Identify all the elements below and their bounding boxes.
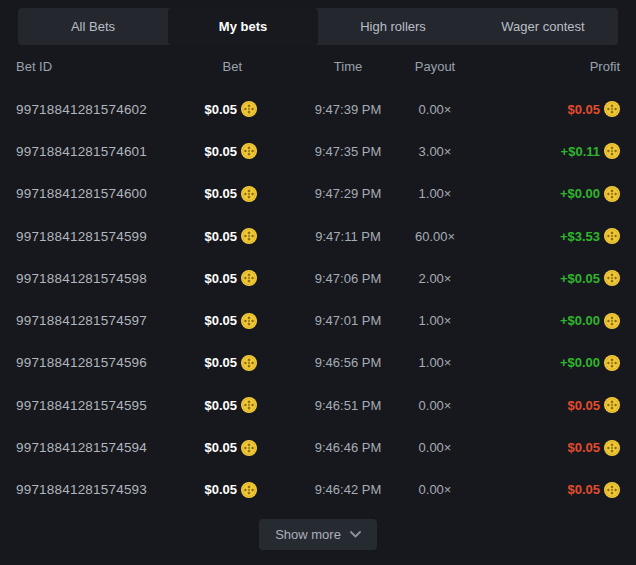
bnb-coin-icon <box>241 355 257 371</box>
bnb-coin-icon <box>604 313 620 329</box>
bet-time: 9:47:35 PM <box>257 144 400 159</box>
table-row: 99718841281574595 $0.05 9:46:51 PM 0.00×… <box>0 384 636 426</box>
bet-amount-cell: $0.05 <box>190 313 257 329</box>
bet-amount-cell: $0.05 <box>190 143 257 159</box>
header-bet-id: Bet ID <box>16 59 190 74</box>
show-more-label: Show more <box>275 527 341 542</box>
bet-payout: 0.00× <box>400 440 470 455</box>
bet-amount-cell: $0.05 <box>190 228 257 244</box>
bet-profit: +$0.00 <box>560 313 600 328</box>
header-profit: Profit <box>470 59 620 74</box>
bet-amount: $0.05 <box>204 102 237 117</box>
bet-time: 9:47:01 PM <box>257 313 400 328</box>
bet-profit: $0.05 <box>567 102 600 117</box>
bet-payout: 1.00× <box>400 313 470 328</box>
bets-tab-bar: All Bets My bets High rollers Wager cont… <box>18 8 618 45</box>
bet-time: 9:46:51 PM <box>257 398 400 413</box>
bet-profit: +$0.00 <box>560 355 600 370</box>
bet-amount: $0.05 <box>204 144 237 159</box>
show-more-button[interactable]: Show more <box>259 519 377 550</box>
bet-profit-cell: $0.05 <box>470 101 620 117</box>
bet-id-link[interactable]: 99718841281574594 <box>16 440 190 455</box>
bets-table-body: 99718841281574602 $0.05 9:47:39 PM 0.00×… <box>0 88 636 511</box>
tab-wager-contest[interactable]: Wager contest <box>468 8 618 45</box>
bet-amount: $0.05 <box>204 398 237 413</box>
bet-profit: +$0.00 <box>560 186 600 201</box>
bnb-coin-icon <box>604 355 620 371</box>
bet-time: 9:47:06 PM <box>257 271 400 286</box>
table-row: 99718841281574594 $0.05 9:46:46 PM 0.00×… <box>0 426 636 468</box>
bnb-coin-icon <box>241 313 257 329</box>
bet-id-link[interactable]: 99718841281574598 <box>16 271 190 286</box>
bet-id-link[interactable]: 99718841281574595 <box>16 398 190 413</box>
bet-id-link[interactable]: 99718841281574602 <box>16 102 190 117</box>
bnb-coin-icon <box>604 482 620 498</box>
bet-payout: 1.00× <box>400 355 470 370</box>
header-time: Time <box>257 59 400 74</box>
bnb-coin-icon <box>241 397 257 413</box>
bet-payout: 0.00× <box>400 102 470 117</box>
table-row: 99718841281574601 $0.05 9:47:35 PM 3.00×… <box>0 130 636 172</box>
tab-my-bets[interactable]: My bets <box>168 8 318 45</box>
header-bet: Bet <box>190 59 257 74</box>
bnb-coin-icon <box>604 440 620 456</box>
bet-id-link[interactable]: 99718841281574596 <box>16 355 190 370</box>
bnb-coin-icon <box>604 186 620 202</box>
bet-id-link[interactable]: 99718841281574597 <box>16 313 190 328</box>
bnb-coin-icon <box>604 397 620 413</box>
bet-profit-cell: +$3.53 <box>470 228 620 244</box>
bet-time: 9:47:39 PM <box>257 102 400 117</box>
table-header-row: Bet ID Bet Time Payout Profit <box>0 45 636 88</box>
tab-high-rollers[interactable]: High rollers <box>318 8 468 45</box>
chevron-down-icon <box>350 531 361 538</box>
bnb-coin-icon <box>241 270 257 286</box>
bet-amount: $0.05 <box>204 440 237 455</box>
bet-amount-cell: $0.05 <box>190 270 257 286</box>
bet-id-link[interactable]: 99718841281574599 <box>16 229 190 244</box>
bet-profit-cell: +$0.00 <box>470 355 620 371</box>
bet-amount: $0.05 <box>204 313 237 328</box>
table-row: 99718841281574599 $0.05 9:47:11 PM 60.00… <box>0 215 636 257</box>
bet-amount: $0.05 <box>204 229 237 244</box>
bet-time: 9:47:11 PM <box>257 229 400 244</box>
table-row: 99718841281574600 $0.05 9:47:29 PM 1.00×… <box>0 173 636 215</box>
table-row: 99718841281574598 $0.05 9:47:06 PM 2.00×… <box>0 257 636 299</box>
bet-profit: $0.05 <box>567 398 600 413</box>
bet-id-link[interactable]: 99718841281574601 <box>16 144 190 159</box>
bet-time: 9:46:42 PM <box>257 482 400 497</box>
table-row: 99718841281574597 $0.05 9:47:01 PM 1.00×… <box>0 299 636 341</box>
bnb-coin-icon <box>604 270 620 286</box>
bet-id-link[interactable]: 99718841281574600 <box>16 186 190 201</box>
bet-profit-cell: $0.05 <box>470 440 620 456</box>
bet-profit-cell: +$0.05 <box>470 270 620 286</box>
bet-profit-cell: $0.05 <box>470 482 620 498</box>
bet-payout: 3.00× <box>400 144 470 159</box>
tab-label: High rollers <box>360 19 426 34</box>
bet-id-link[interactable]: 99718841281574593 <box>16 482 190 497</box>
bet-amount: $0.05 <box>204 186 237 201</box>
bet-amount-cell: $0.05 <box>190 186 257 202</box>
table-row: 99718841281574602 $0.05 9:47:39 PM 0.00×… <box>0 88 636 130</box>
bet-profit-cell: +$0.11 <box>470 143 620 159</box>
bet-payout: 2.00× <box>400 271 470 286</box>
bet-amount: $0.05 <box>204 355 237 370</box>
bnb-coin-icon <box>241 186 257 202</box>
bnb-coin-icon <box>241 440 257 456</box>
bet-profit-cell: +$0.00 <box>470 186 620 202</box>
bet-amount-cell: $0.05 <box>190 355 257 371</box>
bet-profit-cell: +$0.00 <box>470 313 620 329</box>
bnb-coin-icon <box>241 101 257 117</box>
tab-all-bets[interactable]: All Bets <box>18 8 168 45</box>
bnb-coin-icon <box>604 228 620 244</box>
bet-amount: $0.05 <box>204 482 237 497</box>
bet-amount-cell: $0.05 <box>190 397 257 413</box>
bet-payout: 60.00× <box>400 229 470 244</box>
tab-label: My bets <box>219 19 267 34</box>
table-footer: Show more <box>0 519 636 550</box>
bet-time: 9:46:46 PM <box>257 440 400 455</box>
tab-label: Wager contest <box>501 19 584 34</box>
bet-profit: +$0.11 <box>561 144 600 159</box>
bet-amount: $0.05 <box>204 271 237 286</box>
tab-label: All Bets <box>71 19 115 34</box>
bet-time: 9:47:29 PM <box>257 186 400 201</box>
